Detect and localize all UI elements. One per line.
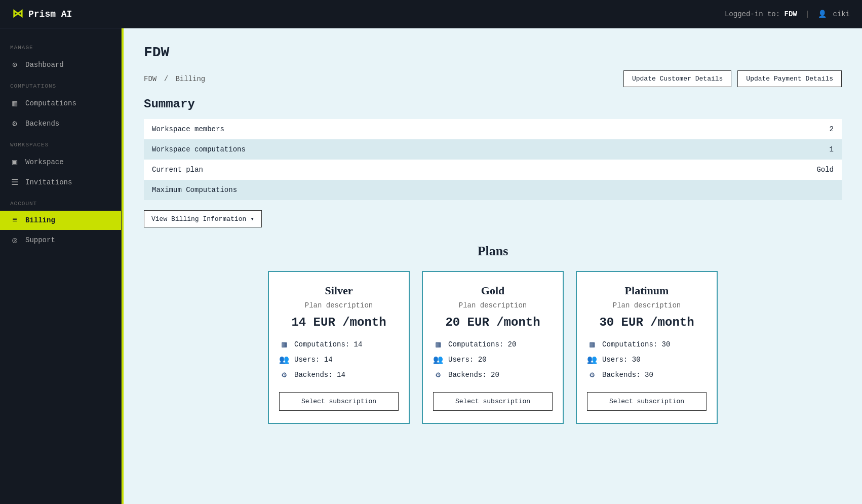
main-content: FDW FDW / Billing Update Customer Detail… <box>122 28 862 504</box>
plan-name: Platinum <box>625 284 669 297</box>
plan-feature-computations: ▦ Computations: 20 <box>433 339 553 350</box>
sidebar-item-support[interactable]: ◎ Support <box>0 230 121 250</box>
summary-row-value: 2 <box>680 119 842 139</box>
sidebar-section-workspaces: WORKSPACES ▣ Workspace ☰ Invitations <box>0 134 121 192</box>
backends-icon: ⚙ <box>10 119 19 129</box>
view-billing-button[interactable]: View Billing Information ▾ <box>144 210 262 227</box>
summary-row-label: Workspace members <box>144 119 680 139</box>
users-label: Users: 14 <box>294 356 333 364</box>
plan-features: ▦ Computations: 20 👥 Users: 20 ⚙ Backend… <box>433 339 553 380</box>
plan-feature-computations: ▦ Computations: 30 <box>587 339 707 350</box>
support-icon: ◎ <box>10 235 19 245</box>
sidebar-label-invitations: Invitations <box>25 178 72 186</box>
user-icon: 👤 <box>818 10 827 18</box>
sidebar-item-dashboard[interactable]: ⊙ Dashboard <box>0 55 121 75</box>
plan-feature-backends: ⚙ Backends: 14 <box>279 370 399 380</box>
layout: MANAGE ⊙ Dashboard COMPUTATIONS ▦ Comput… <box>0 28 862 504</box>
users-feature-icon: 👥 <box>279 355 289 365</box>
sidebar-label-computations: Computations <box>25 99 76 107</box>
sidebar-label-workspace: Workspace <box>25 158 64 166</box>
update-customer-button[interactable]: Update Customer Details <box>623 70 731 87</box>
backends-feature-icon: ⚙ <box>433 370 443 380</box>
computations-feature-icon: ▦ <box>433 339 443 350</box>
backends-feature-icon: ⚙ <box>279 370 289 380</box>
summary-row-value <box>680 180 842 200</box>
plan-description: Plan description <box>613 301 681 309</box>
navbar-workspace: FDW <box>785 10 797 18</box>
summary-row-value: Gold <box>680 160 842 180</box>
section-label-manage: MANAGE <box>0 36 121 55</box>
breadcrumb-sep: / <box>164 75 168 83</box>
computations-label: Computations: 20 <box>448 340 516 348</box>
brand-name: Prism AI <box>28 9 72 19</box>
plan-description: Plan description <box>459 301 527 309</box>
navbar-username: ciki <box>833 10 850 18</box>
backends-label: Backends: 30 <box>602 371 653 379</box>
summary-table: Workspace members2Workspace computations… <box>144 119 842 200</box>
logged-in-label: Logged-in to: <box>725 10 780 18</box>
computations-label: Computations: 30 <box>602 340 670 348</box>
table-row: Current planGold <box>144 160 842 180</box>
plans-title: Plans <box>144 244 842 259</box>
sidebar: MANAGE ⊙ Dashboard COMPUTATIONS ▦ Comput… <box>0 28 122 504</box>
sidebar-label-backends: Backends <box>25 120 59 128</box>
plan-feature-users: 👥 Users: 14 <box>279 355 399 365</box>
sidebar-item-backends[interactable]: ⚙ Backends <box>0 113 121 134</box>
plan-price: 14 EUR /month <box>291 316 386 329</box>
backends-label: Backends: 14 <box>294 371 345 379</box>
summary-row-label: Maximum Computations <box>144 180 680 200</box>
plan-feature-backends: ⚙ Backends: 20 <box>433 370 553 380</box>
sidebar-label-support: Support <box>25 236 55 244</box>
users-feature-icon: 👥 <box>587 355 597 365</box>
backends-feature-icon: ⚙ <box>587 370 597 380</box>
summary-row-value: 1 <box>680 139 842 160</box>
plan-name: Gold <box>481 284 504 297</box>
plan-description: Plan description <box>305 301 373 309</box>
view-billing-label: View Billing Information <box>151 215 246 223</box>
breadcrumb: FDW / Billing <box>144 75 205 83</box>
plan-feature-users: 👥 Users: 20 <box>433 355 553 365</box>
section-label-computations: COMPUTATIONS <box>0 75 121 93</box>
invitations-icon: ☰ <box>10 177 19 187</box>
plan-feature-users: 👥 Users: 30 <box>587 355 707 365</box>
breadcrumb-row: FDW / Billing Update Customer Details Up… <box>144 70 842 87</box>
sidebar-label-dashboard: Dashboard <box>25 61 64 69</box>
sidebar-item-invitations[interactable]: ☰ Invitations <box>0 172 121 192</box>
table-row: Workspace computations1 <box>144 139 842 160</box>
table-row: Maximum Computations <box>144 180 842 200</box>
plan-features: ▦ Computations: 14 👥 Users: 14 ⚙ Backend… <box>279 339 399 380</box>
sidebar-item-workspace[interactable]: ▣ Workspace <box>0 152 121 172</box>
sidebar-section-computations: COMPUTATIONS ▦ Computations ⚙ Backends <box>0 75 121 134</box>
summary-row-label: Workspace computations <box>144 139 680 160</box>
breadcrumb-workspace: FDW <box>144 75 156 83</box>
table-row: Workspace members2 <box>144 119 842 139</box>
select-subscription-button[interactable]: Select subscription <box>433 392 553 411</box>
select-subscription-button[interactable]: Select subscription <box>279 392 399 411</box>
plan-card: Silver Plan description 14 EUR /month ▦ … <box>268 271 410 424</box>
computations-icon: ▦ <box>10 98 19 108</box>
logo-icon: ⋈ <box>12 7 23 21</box>
sidebar-item-computations[interactable]: ▦ Computations <box>0 93 121 113</box>
computations-feature-icon: ▦ <box>587 339 597 350</box>
page-title: FDW <box>144 45 842 60</box>
plan-price: 20 EUR /month <box>445 316 540 329</box>
brand: ⋈ Prism AI <box>12 7 72 21</box>
plan-feature-computations: ▦ Computations: 14 <box>279 339 399 350</box>
sidebar-section-account: ACCOUNT ≡ Billing ◎ Support <box>0 192 121 250</box>
plan-name: Silver <box>325 284 353 297</box>
plan-card: Gold Plan description 20 EUR /month ▦ Co… <box>422 271 564 424</box>
select-subscription-button[interactable]: Select subscription <box>587 392 707 411</box>
computations-label: Computations: 14 <box>294 340 362 348</box>
section-label-workspaces: WORKSPACES <box>0 134 121 152</box>
navbar: ⋈ Prism AI Logged-in to: FDW | 👤 ciki <box>0 0 862 28</box>
update-payment-button[interactable]: Update Payment Details <box>737 70 842 87</box>
plans-grid: Silver Plan description 14 EUR /month ▦ … <box>144 271 842 424</box>
billing-icon: ≡ <box>10 216 19 225</box>
sidebar-item-billing[interactable]: ≡ Billing <box>0 211 121 230</box>
users-feature-icon: 👥 <box>433 355 443 365</box>
users-label: Users: 20 <box>448 356 487 364</box>
workspace-icon: ▣ <box>10 157 19 167</box>
plan-card: Platinum Plan description 30 EUR /month … <box>576 271 718 424</box>
plan-price: 30 EUR /month <box>599 316 694 329</box>
navbar-separator: | <box>805 10 809 18</box>
